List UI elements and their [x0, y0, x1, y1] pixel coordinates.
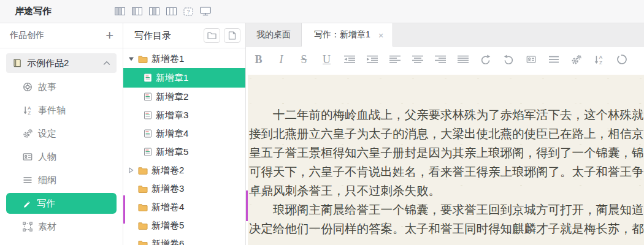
circle-icon[interactable] [615, 54, 628, 65]
align-justify-icon[interactable] [456, 55, 469, 64]
indent-icon[interactable] [366, 55, 378, 64]
divider-indicator [123, 195, 125, 224]
sidebar: 作品创作 + 示例作品2 故事 AZ 事件轴 [0, 23, 123, 245]
sidebar-item-timeline[interactable]: AZ 事件轴 [0, 99, 123, 122]
align-center-icon[interactable] [411, 55, 424, 64]
tree-row-label: 新增卷4 [151, 202, 184, 213]
app-title: 岸途写作 [15, 6, 52, 17]
sidebar-item-writing[interactable]: 写作 [6, 193, 117, 214]
tree-row-chapter-5[interactable]: 新增章5 [123, 143, 245, 161]
document-icon [144, 129, 152, 138]
redo-icon[interactable] [502, 54, 515, 65]
work-item-sample2[interactable]: 示例作品2 [6, 53, 117, 73]
undo-icon[interactable] [479, 54, 492, 65]
editor-paper[interactable]: 十二年前的梅岭血战上，父亲要求林殊为了赤焰军活下去，这个林殊就 接到北燕册立六皇… [248, 75, 644, 245]
tree-row-label: 新增卷3 [151, 183, 184, 195]
align-right-icon[interactable] [434, 55, 447, 64]
tree-row-volume-2[interactable]: 新增卷2 [123, 161, 245, 179]
panel-layout-two-left-icon[interactable] [115, 7, 125, 15]
document-text-line: 接到北燕册立六皇子为太子的消息，大梁出使北燕的使臣已在路上，相信京 [249, 124, 644, 143]
divider-indicator [246, 190, 248, 221]
story-icon [23, 82, 33, 92]
tree-row-label: 新增卷2 [151, 165, 184, 176]
tree-row-chapter-4[interactable]: 新增章4 [123, 124, 245, 143]
panel-layout-plain-icon[interactable] [166, 7, 177, 15]
sidebar-item-label: 故事 [38, 81, 56, 93]
tree-row-chapter-1[interactable]: 新增章1 [123, 68, 245, 88]
tree-row-label: 新增章1 [156, 72, 188, 84]
tree-row-volume-4[interactable]: 新增卷4 [123, 198, 245, 216]
document-icon [144, 148, 152, 156]
book-icon [12, 58, 22, 68]
tree-row-volume-3[interactable]: 新增卷3 [123, 179, 245, 198]
sidebar-header-title: 作品创作 [10, 30, 44, 41]
caret-right-icon[interactable] [128, 167, 134, 173]
sidebar-item-characters[interactable]: 人物 [0, 145, 123, 168]
lines-icon[interactable] [547, 55, 560, 64]
object-group-icon [23, 222, 33, 232]
tab-my-desktop[interactable]: 我的桌面 [246, 23, 302, 47]
sidebar-header: 作品创作 + [0, 23, 123, 48]
sidebar-item-settings[interactable]: 设定 [0, 122, 123, 145]
help-icon[interactable]: ? [183, 7, 193, 16]
close-icon[interactable]: × [378, 31, 384, 40]
new-note-button[interactable] [224, 28, 240, 43]
italic-button[interactable]: I [275, 53, 288, 66]
tab-bar: 我的桌面 写作：新增章1 × [246, 23, 644, 47]
strikethrough-button[interactable]: S [297, 53, 310, 66]
chevron-up-icon[interactable] [103, 61, 110, 66]
id-card-icon[interactable] [524, 55, 537, 64]
tree-row-label: 新增章5 [156, 146, 188, 158]
folder-icon [138, 185, 148, 193]
tree-row-volume-6[interactable]: 新增卷6 [123, 235, 245, 245]
tab-writing-chapter-1[interactable]: 写作：新增章1 × [302, 23, 393, 47]
tree-row-chapter-3[interactable]: 新增章3 [123, 106, 245, 124]
panel-layout-left-icon[interactable] [132, 7, 142, 15]
tree-row-label: 新增卷1 [151, 53, 184, 65]
sidebar-item-label: 细纲 [38, 175, 56, 186]
align-left-icon[interactable] [388, 55, 401, 64]
document-text-line: 琅琊阁主蔺晨给誉王一个锦囊，要求誉王回到京城方可打开，蔺晨知道 [249, 200, 644, 219]
tree-header-title: 写作目录 [134, 30, 200, 42]
tree-row-volume-1[interactable]: 新增卷1 [123, 50, 245, 68]
tree-row-label: 新增章2 [156, 91, 188, 103]
tree-row-label: 新增章3 [156, 110, 188, 121]
display-icon[interactable] [200, 7, 211, 16]
editor-toolbar: B I S U [246, 47, 644, 72]
tree-row-chapter-2[interactable]: 新增章2 [123, 88, 245, 106]
timeline-sort-icon: AZ [23, 105, 33, 115]
folder-icon [138, 222, 148, 230]
top-bar: 岸途写作 ? [0, 0, 644, 23]
folder-icon [138, 55, 148, 63]
outdent-icon[interactable] [343, 55, 356, 64]
document-icon [144, 74, 152, 82]
sidebar-item-label: 人物 [38, 151, 56, 163]
gears-icon[interactable] [570, 55, 583, 65]
main-area: 作品创作 + 示例作品2 故事 AZ 事件轴 [0, 23, 644, 245]
tab-label: 写作：新增章1 [314, 29, 370, 40]
document-text-line: 决定给他们一份同样的答案。太子和誉王同时得知麒麟才子就是梅长苏，都 [249, 219, 644, 238]
tree-row-label: 新增章4 [156, 128, 188, 140]
pencil-icon [23, 199, 31, 208]
bold-button[interactable]: B [252, 53, 265, 66]
sidebar-item-label: 写作 [37, 198, 55, 209]
svg-text:?: ? [186, 9, 190, 15]
underline-button[interactable]: U [320, 53, 333, 66]
gears-icon [23, 129, 33, 138]
document-icon [144, 92, 152, 101]
sidebar-item-outline[interactable]: 细纲 [0, 168, 123, 192]
new-folder-button[interactable] [204, 28, 220, 43]
id-card-icon [23, 152, 33, 162]
svg-text:Z: Z [28, 110, 31, 115]
panel-layout-middle-icon[interactable] [149, 7, 159, 15]
sidebar-item-materials[interactable]: 素材 [0, 215, 123, 238]
tree-row-label: 新增卷6 [151, 238, 184, 245]
caret-down-icon[interactable] [128, 56, 134, 62]
document-text-line: 可得天下，六皇子不肯说出姓名，看来誉王得亲上琅琊阁了。太子和誉王争 [249, 162, 644, 181]
sidebar-item-label: 设定 [38, 128, 56, 140]
sidebar-item-story[interactable]: 故事 [0, 75, 123, 99]
add-work-button[interactable]: + [105, 29, 113, 42]
sort-az-icon[interactable]: AZ [592, 55, 605, 65]
tree-row-volume-5[interactable]: 新增卷5 [123, 216, 245, 235]
svg-text:Z: Z [599, 59, 602, 64]
